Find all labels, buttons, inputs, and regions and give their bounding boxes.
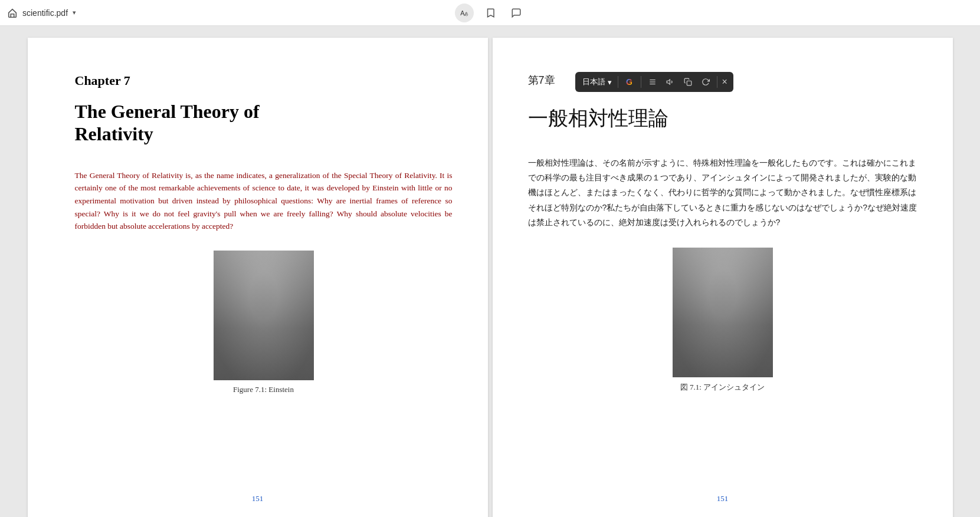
trans-language-label: 日本語 [582,77,605,87]
svg-rect-3 [214,251,314,380]
svg-point-5 [234,256,293,292]
trans-speak-btn[interactable] [663,74,678,90]
topbar-left: scientific.pdf ▾ [7,8,76,18]
trans-refresh-btn[interactable] [698,74,713,90]
trans-close-btn[interactable]: × [721,77,729,87]
left-page-number: 151 [252,494,264,503]
google-g-icon: G [626,77,632,87]
chapter-title: The General Theory ofRelativity [75,100,453,146]
trans-divider-2 [641,76,641,88]
translate-button[interactable]: A あ [455,4,474,22]
svg-point-23 [702,277,743,324]
svg-point-12 [233,297,241,308]
svg-rect-11 [258,348,270,365]
svg-rect-9 [256,317,271,320]
body-text: The General Theory of Relativity is, as … [75,169,453,233]
main-content: Chapter 7 The General Theory ofRelativit… [0,26,980,517]
jp-figure-container: 図 7.1: アインシュタイン [528,248,917,393]
jp-einstein-photo [673,248,773,377]
filename-dropdown[interactable]: ▾ [73,9,76,17]
bookmark-button[interactable] [481,4,500,22]
svg-rect-26 [715,314,730,317]
right-page: 日本語 ▾ G [493,38,953,517]
svg-point-27 [699,337,709,343]
einstein-photo [214,251,314,380]
svg-point-29 [692,294,700,305]
svg-point-13 [286,297,294,308]
home-button[interactable] [7,8,18,18]
svg-text:あ: あ [463,11,468,16]
svg-point-24 [710,292,718,298]
svg-point-7 [251,295,259,301]
svg-point-25 [727,292,736,298]
chapter-label: Chapter 7 [75,73,453,88]
jp-body-text: 一般相対性理論は、その名前が示すように、特殊相対性理論を一般化したものです。これ… [528,156,917,230]
figure-container: Figure 7.1: Einstein [75,251,453,394]
trans-divider-3 [717,76,717,88]
trans-language[interactable]: 日本語 ▾ [580,77,614,87]
topbar-right: A あ [455,4,526,22]
trans-copy-btn[interactable] [680,74,696,90]
translation-toolbar: 日本語 ▾ G [575,72,733,92]
google-translate-btn[interactable]: G [622,74,637,90]
pages-container[interactable]: Chapter 7 The General Theory ofRelativit… [0,26,980,517]
svg-rect-2 [214,251,314,380]
figure-caption: Figure 7.1: Einstein [233,385,294,394]
svg-marker-18 [667,80,670,84]
svg-point-8 [268,295,277,301]
svg-point-22 [693,253,752,289]
comment-button[interactable] [507,4,526,22]
svg-point-4 [237,265,290,330]
jp-chapter-title: 一般相対性理論 [528,105,917,132]
right-page-number: 151 [717,494,729,503]
svg-rect-14 [214,251,314,380]
svg-rect-20 [673,248,773,377]
svg-rect-28 [717,345,729,363]
svg-rect-19 [687,81,691,85]
trans-divider-1 [618,76,618,88]
jp-figure-caption: 図 7.1: アインシュタイン [680,382,765,393]
trans-settings-btn[interactable] [645,74,660,90]
left-page: Chapter 7 The General Theory ofRelativit… [28,38,488,517]
svg-point-10 [240,340,250,346]
trans-dropdown-arrow[interactable]: ▾ [608,78,612,87]
topbar: scientific.pdf ▾ A あ [0,0,980,26]
svg-point-21 [696,262,749,327]
svg-rect-31 [673,248,773,377]
svg-point-30 [745,294,753,305]
filename-label: scientific.pdf [22,8,68,18]
svg-point-6 [243,280,284,327]
